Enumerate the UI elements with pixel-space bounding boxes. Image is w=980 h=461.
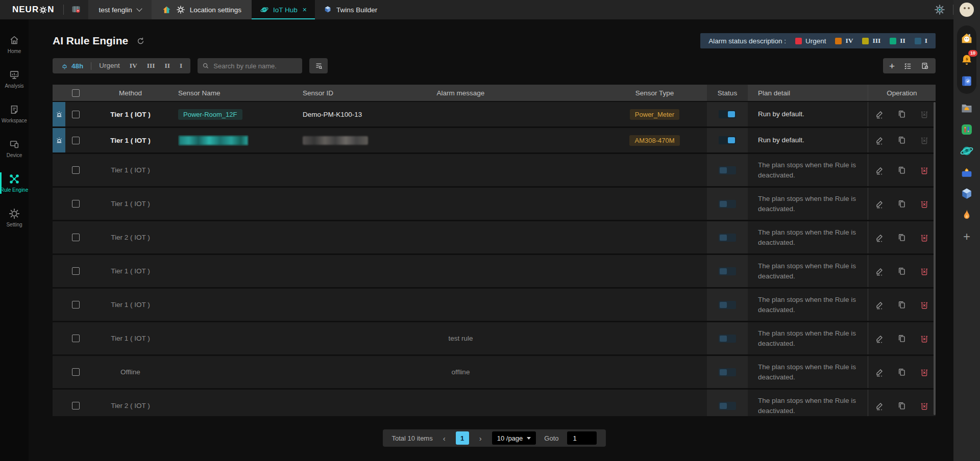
edit-button[interactable] <box>874 401 885 411</box>
status-toggle[interactable] <box>719 368 736 376</box>
site-selector-tab[interactable]: test fenglin <box>88 0 151 19</box>
status-toggle[interactable] <box>719 301 736 309</box>
delete-button[interactable] <box>919 233 929 243</box>
smart-home-app-icon[interactable] <box>960 31 974 45</box>
prev-page-button[interactable]: ‹ <box>441 434 448 443</box>
status-toggle[interactable] <box>719 136 736 144</box>
settings-gear-button[interactable] <box>926 0 953 19</box>
row-checkbox[interactable] <box>72 111 80 118</box>
edit-button[interactable] <box>874 300 885 310</box>
edit-button[interactable] <box>874 199 885 209</box>
delete-button[interactable] <box>919 300 929 310</box>
export-report-button[interactable] <box>921 62 929 70</box>
logbook-app-icon[interactable] <box>960 74 974 88</box>
location-settings-tab[interactable]: Location settings <box>152 0 252 19</box>
sidebar-item-rule-engine[interactable]: Rule Engine <box>0 172 29 194</box>
sidebar-item-analysis[interactable]: Analysis <box>0 68 29 90</box>
add-app-button[interactable]: + <box>960 229 974 244</box>
edit-button[interactable] <box>874 334 885 344</box>
delete-button[interactable] <box>919 199 929 209</box>
edit-button[interactable] <box>874 233 885 243</box>
level-filter-urgent[interactable]: Urgent <box>99 62 120 70</box>
row-checkbox[interactable] <box>72 166 80 174</box>
tab-twins-builder[interactable]: Twins Builder <box>315 0 385 19</box>
sidebar-item-device[interactable]: Device <box>0 138 29 159</box>
copy-button[interactable] <box>897 165 907 175</box>
row-checkbox[interactable] <box>72 234 80 241</box>
checklist-button[interactable] <box>903 62 912 70</box>
workspace-icon <box>9 104 20 115</box>
sidebar-item-home[interactable]: Home <box>0 34 29 55</box>
copy-button[interactable] <box>897 367 907 377</box>
delete-button[interactable] <box>919 135 929 145</box>
sidebar-item-workspace[interactable]: Workspace <box>0 103 29 124</box>
avatar[interactable] <box>960 3 974 17</box>
level-filter-iv[interactable]: IV <box>130 62 137 70</box>
sensor-name-redacted <box>178 135 249 146</box>
close-icon[interactable]: × <box>303 6 307 14</box>
status-toggle[interactable] <box>719 110 736 118</box>
refresh-icon[interactable] <box>136 37 145 45</box>
delete-button[interactable] <box>919 401 929 411</box>
copy-button[interactable] <box>897 109 907 119</box>
tab-iot-hub[interactable]: IoT Hub × <box>252 0 315 19</box>
twins-builder-app-icon[interactable] <box>960 187 974 201</box>
edit-button[interactable] <box>874 135 885 145</box>
edit-button[interactable] <box>874 109 885 119</box>
edit-button[interactable] <box>874 266 885 276</box>
delete-button[interactable] <box>919 266 929 276</box>
alarm-notifications-icon[interactable]: 10 <box>960 53 974 67</box>
select-all-checkbox[interactable] <box>72 89 80 97</box>
page-size-select[interactable]: 10 /page <box>492 431 536 445</box>
level-filter-i[interactable]: I <box>180 62 182 70</box>
delete-button[interactable] <box>919 334 929 344</box>
copy-button[interactable] <box>897 300 907 310</box>
analytics-app-icon[interactable] <box>960 122 974 137</box>
row-checkbox[interactable] <box>72 137 80 144</box>
edit-button[interactable] <box>874 367 885 377</box>
search-input[interactable] <box>198 58 302 73</box>
copy-button[interactable] <box>897 401 907 411</box>
status-cell <box>707 102 748 126</box>
time-range-filter[interactable]: 48h <box>61 62 83 70</box>
level-filter-iii[interactable]: III <box>147 62 155 70</box>
copy-button[interactable] <box>897 199 907 209</box>
copy-button[interactable] <box>897 233 907 243</box>
row-checkbox[interactable] <box>72 267 80 275</box>
iot-hub-app-icon[interactable] <box>960 144 974 158</box>
energy-app-icon[interactable] <box>960 208 974 222</box>
delete-button[interactable] <box>919 109 929 119</box>
row-checkbox[interactable] <box>72 402 80 409</box>
status-toggle[interactable] <box>719 402 736 410</box>
delete-button[interactable] <box>919 367 929 377</box>
table-scrollbar[interactable] <box>934 102 936 415</box>
row-checkbox[interactable] <box>72 200 80 208</box>
row-checkbox[interactable] <box>72 368 80 376</box>
copy-button[interactable] <box>897 334 907 344</box>
edit-button[interactable] <box>874 165 885 175</box>
current-page-button[interactable]: 1 <box>456 431 469 445</box>
plan-detail-cell: The plan stops when the Rule is deactiva… <box>748 322 868 354</box>
operation-cell <box>868 188 936 220</box>
level-filter-ii[interactable]: II <box>165 62 170 70</box>
row-checkbox[interactable] <box>72 335 80 342</box>
copy-button[interactable] <box>897 135 907 145</box>
toolbox-app-icon[interactable] <box>960 165 974 180</box>
sidebar-item-setting[interactable]: Setting <box>0 207 29 228</box>
map-icon[interactable] <box>64 0 88 19</box>
search-list-button[interactable] <box>309 58 328 73</box>
row-checkbox[interactable] <box>72 301 80 309</box>
status-toggle[interactable] <box>719 234 736 242</box>
status-toggle[interactable] <box>719 166 736 174</box>
plan-detail-cell: Run by default. <box>748 102 868 126</box>
delete-button[interactable] <box>919 165 929 175</box>
add-rule-button[interactable]: + <box>889 61 895 71</box>
copy-button[interactable] <box>897 266 907 276</box>
goto-page-input[interactable] <box>567 431 597 445</box>
status-toggle[interactable] <box>719 267 736 275</box>
status-toggle[interactable] <box>719 335 736 343</box>
status-toggle[interactable] <box>719 200 736 208</box>
next-page-button[interactable]: › <box>477 434 484 443</box>
status-cell <box>707 322 748 354</box>
alarm-folder-app-icon[interactable] <box>960 101 974 115</box>
